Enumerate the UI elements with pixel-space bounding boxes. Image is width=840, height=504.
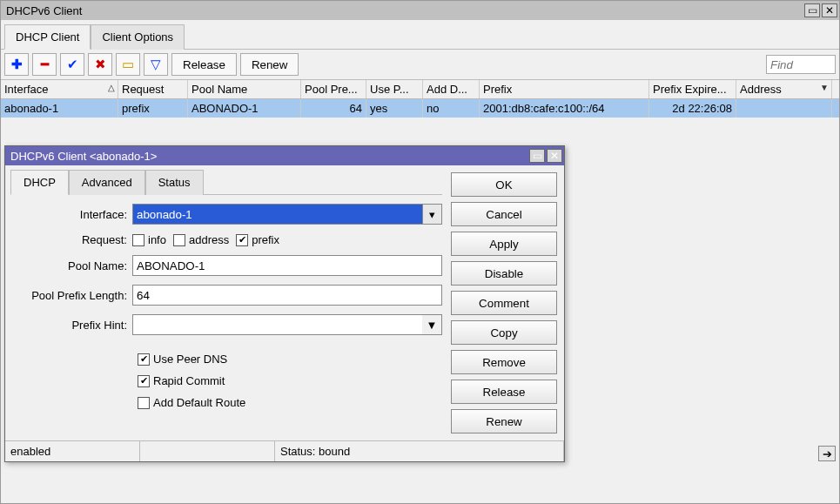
status-bound: Status: bound: [275, 441, 564, 461]
table-row[interactable]: abonado-1 prefix ABONADO-1 64 yes no 200…: [1, 99, 839, 118]
filter-icon[interactable]: ▽: [144, 53, 168, 76]
tab-client-options[interactable]: Client Options: [91, 24, 185, 50]
request-info-checkbox[interactable]: [132, 234, 144, 246]
grid-header: Interface △ Request Pool Name Pool Pre..…: [1, 80, 839, 99]
prefixhint-input[interactable]: [133, 315, 422, 334]
col-poolprefix[interactable]: Pool Pre...: [301, 80, 366, 98]
cell-prefix: 2001:db8:cafe:c100::/64: [480, 99, 649, 118]
main-window: DHCPv6 Client ▭ ✕ DHCP Client Client Opt…: [0, 0, 840, 504]
request-info-label: info: [148, 233, 166, 246]
dropdown-icon: ▼: [820, 83, 829, 92]
cell-usepeer: yes: [366, 99, 423, 118]
dialog-title-text: DHCPv6 Client <abonado-1>: [10, 150, 157, 163]
dialog-close-icon[interactable]: ✕: [547, 149, 562, 163]
col-interface[interactable]: Interface △: [1, 80, 118, 98]
tab-dhcp-client[interactable]: DHCP Client: [4, 24, 91, 50]
close-icon[interactable]: ✕: [822, 3, 837, 17]
add-icon[interactable]: ✚: [4, 53, 29, 76]
main-titlebar: DHCPv6 Client ▭ ✕: [1, 1, 839, 20]
interface-combo[interactable]: ▾: [132, 204, 442, 225]
usepeerdns-checkbox[interactable]: ✔: [138, 353, 150, 366]
cell-request: prefix: [118, 99, 188, 118]
comment-button[interactable]: Comment: [451, 291, 557, 315]
main-title-text: DHCPv6 Client: [6, 4, 82, 17]
dialog-statusbar: enabled Status: bound: [5, 440, 564, 461]
rapidcommit-label: Rapid Commit: [153, 374, 225, 387]
main-tabs: DHCP Client Client Options: [1, 20, 839, 50]
grid-body: abonado-1 prefix ABONADO-1 64 yes no 200…: [1, 99, 839, 118]
remove-icon[interactable]: ━: [32, 53, 57, 76]
scroll-right-icon[interactable]: ➔: [818, 446, 836, 461]
prefixhint-combo[interactable]: ▼: [132, 314, 442, 335]
poolname-label: Pool Name:: [10, 259, 132, 272]
request-prefix-checkbox[interactable]: ✔: [236, 234, 248, 246]
remove-button[interactable]: Remove: [451, 350, 557, 374]
col-address[interactable]: Address ▼: [736, 80, 832, 98]
dialog-subtabs: DHCP Advanced Status: [10, 165, 442, 195]
request-label: Request:: [10, 233, 132, 246]
col-prefix[interactable]: Prefix: [480, 80, 649, 98]
cell-adddef: no: [423, 99, 480, 118]
copy-button[interactable]: Copy: [451, 320, 557, 345]
dialog-minimize-icon[interactable]: ▭: [529, 149, 545, 163]
chevron-down-icon[interactable]: ▾: [422, 205, 441, 224]
col-request[interactable]: Request: [118, 80, 188, 98]
poolname-input[interactable]: [132, 255, 442, 276]
find-input[interactable]: [766, 55, 836, 74]
main-toolbar: ✚ ━ ✔ ✖ ▭ ▽ Release Renew: [1, 50, 839, 80]
apply-button[interactable]: Apply: [451, 232, 557, 256]
release-button[interactable]: Release: [171, 53, 237, 76]
subtab-dhcp[interactable]: DHCP: [10, 170, 69, 195]
col-address-label: Address: [740, 83, 782, 96]
subtab-status[interactable]: Status: [145, 170, 204, 195]
ppl-input[interactable]: [132, 285, 442, 306]
col-adddefault[interactable]: Add D...: [423, 80, 480, 98]
ok-button[interactable]: OK: [451, 172, 557, 197]
enable-icon[interactable]: ✔: [60, 53, 84, 76]
request-address-checkbox[interactable]: [173, 234, 185, 246]
col-usepeerdns[interactable]: Use P...: [366, 80, 423, 98]
cancel-button[interactable]: Cancel: [451, 202, 557, 226]
col-interface-label: Interface: [4, 83, 49, 96]
subtab-advanced[interactable]: Advanced: [69, 170, 145, 195]
disable-button[interactable]: Disable: [451, 261, 557, 286]
cell-expire: 2d 22:26:08: [649, 99, 736, 118]
interface-input[interactable]: [133, 205, 422, 224]
chevron-down-icon[interactable]: ▼: [422, 315, 441, 334]
dialog-release-button[interactable]: Release: [451, 380, 557, 404]
cell-poolpre: 64: [301, 99, 366, 118]
dialog-renew-button[interactable]: Renew: [451, 409, 557, 433]
prefixhint-label: Prefix Hint:: [10, 319, 132, 332]
dialog-titlebar: DHCPv6 Client <abonado-1> ▭ ✕: [5, 146, 564, 165]
cell-interface: abonado-1: [1, 99, 118, 118]
status-state: enabled: [5, 441, 140, 461]
cell-address: [736, 99, 832, 118]
renew-button[interactable]: Renew: [240, 53, 299, 76]
interface-label: Interface:: [10, 208, 132, 221]
status-mid: [140, 441, 275, 461]
client-dialog: DHCPv6 Client <abonado-1> ▭ ✕ DHCP Advan…: [4, 145, 565, 462]
col-poolname[interactable]: Pool Name: [188, 80, 301, 98]
usepeerdns-label: Use Peer DNS: [153, 353, 227, 366]
col-expire[interactable]: Prefix Expire...: [649, 80, 736, 98]
disable-icon[interactable]: ✖: [88, 53, 112, 76]
adddefroute-label: Add Default Route: [153, 396, 245, 409]
sort-asc-icon: △: [108, 83, 115, 92]
adddefroute-checkbox[interactable]: [138, 397, 150, 409]
request-prefix-label: prefix: [252, 233, 279, 246]
ppl-label: Pool Prefix Length:: [10, 289, 132, 302]
request-address-label: address: [189, 233, 229, 246]
rapidcommit-checkbox[interactable]: ✔: [138, 375, 150, 387]
minimize-icon[interactable]: ▭: [804, 3, 820, 17]
cell-pool: ABONADO-1: [188, 99, 301, 118]
comment-icon[interactable]: ▭: [116, 53, 140, 76]
